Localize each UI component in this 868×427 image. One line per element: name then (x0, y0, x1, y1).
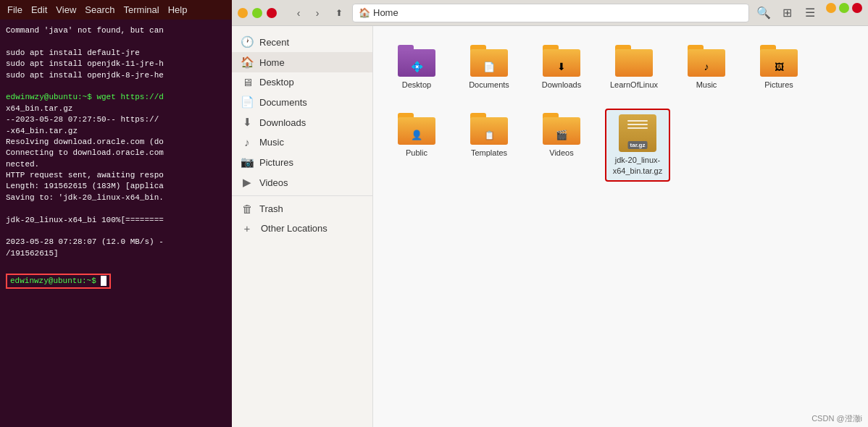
file-label-learnoflinux: LearnOfLinux (610, 80, 658, 90)
terminal-line (6, 81, 226, 92)
terminal-line: sudo apt install openjdk-8-jre-he (6, 70, 226, 81)
folder-icon-public: 👤 (398, 113, 435, 145)
tgz-line-3 (627, 127, 648, 129)
file-item-music[interactable]: ♪ Music (677, 41, 735, 94)
menu-help[interactable]: Help (168, 4, 188, 15)
terminal-line (6, 36, 226, 47)
terminal-line: --2023-05-28 07:27:50-- https:// (6, 114, 226, 125)
terminal-line: Saving to: 'jdk-20_linux-x64_bin. (6, 193, 226, 203)
terminal-line (6, 259, 226, 270)
file-item-videos[interactable]: 🎬 Videos (533, 109, 591, 182)
file-label-pictures: Pictures (764, 80, 793, 90)
terminal-menu[interactable]: File Edit View Search Terminal Help (0, 0, 232, 20)
sidebar-item-desktop[interactable]: 🖥 Desktop (232, 72, 372, 92)
parent-dir-button[interactable]: ⬆ (330, 4, 348, 22)
toolbar-right: 🔍 ⊞ ☰ (754, 3, 862, 23)
search-button[interactable]: 🔍 (754, 3, 774, 23)
fm-content: 🕐 Recent 🏠 Home 🖥 Desktop 📄 Documents ⬇ … (232, 26, 868, 427)
terminal-line: HTTP request sent, awaiting respo (6, 170, 226, 181)
path-label: Home (373, 7, 398, 18)
file-item-learnoflinux[interactable]: LearnOfLinux (605, 41, 663, 94)
plus-icon: + (241, 222, 254, 234)
file-item-desktop[interactable]: 💠 Desktop (388, 41, 446, 94)
sidebar-label-recent: Recent (259, 37, 289, 48)
terminal-line: Resolving download.oracle.com (do (6, 137, 226, 148)
menu-search[interactable]: Search (85, 4, 114, 15)
sidebar-item-videos[interactable]: ▶ Videos (232, 172, 372, 193)
sidebar-label-music: Music (259, 137, 284, 148)
file-item-templates[interactable]: 📋 Templates (460, 109, 518, 182)
sidebar-label-home: Home (259, 57, 285, 68)
terminal-cursor (101, 276, 107, 286)
file-item-documents[interactable]: 📄 Documents (460, 41, 518, 94)
menu-terminal[interactable]: Terminal (124, 4, 159, 15)
sidebar-item-trash[interactable]: 🗑 Trash (232, 199, 372, 219)
terminal-line: jdk-20_linux-x64_bi 100%[======== (6, 215, 226, 226)
view-toggle-button[interactable]: ⊞ (777, 3, 797, 23)
back-button[interactable]: ‹ (290, 4, 307, 22)
sidebar-item-documents[interactable]: 📄 Documents (232, 92, 372, 112)
file-item-pictures[interactable]: 🖼 Pictures (750, 41, 808, 94)
sidebar-label-documents: Documents (259, 97, 307, 108)
home-icon: 🏠 (359, 7, 370, 18)
templates-folder-inner-icon: 📋 (484, 130, 495, 140)
terminal-prompt-box: edwinwzy@ubuntu:~$ (6, 274, 111, 289)
wm-minimize-button[interactable] (826, 3, 836, 13)
file-manager: ‹ › ⬆ 🏠 Home 🔍 ⊞ ☰ 🕐 Recent 🏠 Home (232, 0, 868, 427)
watermark: CSDN @澄澈i (811, 413, 862, 424)
path-bar[interactable]: 🏠 Home (352, 4, 749, 22)
desktop-icon: 🖥 (241, 76, 254, 88)
terminal-output: Command 'java' not found, but can sudo a… (0, 20, 232, 427)
sidebar-label-other: Other Locations (261, 223, 327, 234)
wm-maximize-button[interactable] (839, 3, 849, 13)
file-label-templates: Templates (471, 148, 507, 158)
trash-icon: 🗑 (241, 203, 254, 215)
terminal-line: sudo apt install openjdk-11-jre-h (6, 59, 226, 69)
file-item-downloads[interactable]: ⬇ Downloads (533, 41, 591, 94)
file-label-public: Public (406, 148, 427, 158)
maximize-button[interactable] (252, 8, 262, 18)
close-button[interactable] (267, 8, 277, 18)
sidebar-item-recent[interactable]: 🕐 Recent (232, 32, 372, 52)
sidebar-item-other[interactable]: + Other Locations (232, 219, 372, 238)
menu-view[interactable]: View (56, 4, 76, 15)
desktop-folder-inner-icon: 💠 (411, 61, 423, 72)
sidebar-item-downloads[interactable]: ⬇ Downloads (232, 112, 372, 132)
folder-icon-templates: 📋 (470, 113, 508, 145)
terminal-line: 2023-05-28 07:28:07 (12.0 MB/s) - (6, 237, 226, 248)
terminal-line (6, 226, 226, 237)
terminal-line: nected. (6, 159, 226, 170)
menu-button[interactable]: ☰ (800, 3, 820, 23)
downloads-folder-inner-icon: ⬇ (557, 61, 566, 72)
terminal-line (6, 203, 226, 214)
terminal-line: Command 'java' not found, but can (6, 25, 226, 36)
file-label-jdk-tgz: jdk-20_linux-x64_bin.tar.gz (611, 155, 664, 176)
sidebar-item-music[interactable]: ♪ Music (232, 132, 372, 152)
terminal-line: -x64_bin.tar.gz (6, 126, 226, 137)
file-item-public[interactable]: 👤 Public (388, 109, 446, 182)
tgz-line-1 (627, 120, 648, 122)
file-label-videos: Videos (549, 148, 573, 158)
folder-icon-documents: 📄 (470, 45, 508, 77)
nav-arrows: ‹ › (290, 4, 326, 22)
sidebar-label-videos: Videos (259, 177, 288, 188)
forward-button[interactable]: › (309, 4, 326, 22)
file-item-jdk-tgz[interactable]: tar.gz jdk-20_linux-x64_bin.tar.gz (605, 109, 670, 182)
folder-icon-learnoflinux (615, 45, 653, 77)
folder-icon-music: ♪ (688, 45, 725, 77)
sidebar-item-pictures[interactable]: 📷 Pictures (232, 152, 372, 172)
tgz-badge: tar.gz (628, 141, 648, 149)
file-label-documents: Documents (469, 80, 509, 90)
wm-close-button[interactable] (852, 3, 862, 13)
menu-file[interactable]: File (7, 4, 22, 15)
terminal-prompt-line: edwinwzy@ubuntu:~$ (6, 274, 226, 289)
sidebar-label-desktop: Desktop (259, 77, 294, 88)
sidebar-label-pictures: Pictures (259, 157, 293, 168)
minimize-button[interactable] (238, 8, 248, 18)
public-folder-inner-icon: 👤 (411, 130, 422, 140)
folder-icon-videos: 🎬 (543, 113, 580, 145)
music-folder-inner-icon: ♪ (704, 61, 709, 72)
file-label-music: Music (696, 80, 717, 90)
sidebar-item-home[interactable]: 🏠 Home (232, 52, 372, 72)
menu-edit[interactable]: Edit (31, 4, 47, 15)
